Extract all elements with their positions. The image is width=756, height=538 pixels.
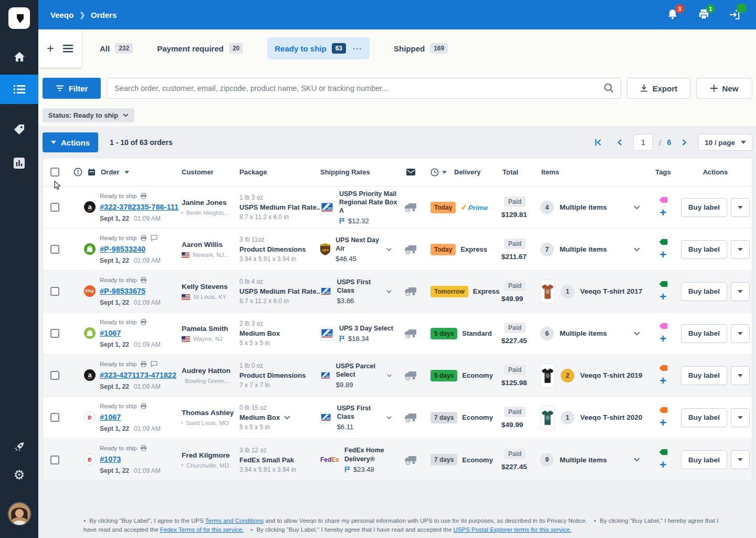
tag-icon[interactable] (659, 365, 668, 371)
column-package[interactable]: Package (229, 168, 309, 176)
buy-label-button[interactable]: Buy label (681, 240, 727, 259)
status-filter-chip[interactable]: Status: Ready to ship (43, 108, 134, 122)
buy-label-dropdown-button[interactable] (731, 198, 750, 217)
prev-page-button[interactable] (612, 134, 627, 150)
package-type[interactable]: Medium Box (239, 413, 309, 421)
filter-button[interactable]: Filter (43, 78, 101, 99)
order-link[interactable]: #1067 (100, 329, 121, 337)
order-link[interactable]: #1073 (100, 455, 121, 463)
order-link[interactable]: #P-98533240 (100, 245, 145, 253)
clock-icon[interactable] (430, 168, 439, 177)
package-type[interactable]: Product Dimensions (239, 371, 309, 379)
breadcrumb-veeqo[interactable]: Veeqo (50, 11, 74, 19)
footer-terms-link[interactable]: Fedex Terms of for this service. (160, 526, 244, 533)
actions-dropdown-button[interactable]: Actions (43, 132, 98, 152)
chevron-down-icon[interactable] (386, 416, 392, 420)
add-tag-button[interactable]: + (660, 459, 667, 471)
calendar-icon[interactable] (88, 168, 96, 176)
envelope-icon[interactable] (406, 169, 415, 175)
buy-label-button[interactable]: Buy label (681, 408, 727, 427)
buy-label-dropdown-button[interactable] (731, 240, 750, 259)
chevron-down-icon[interactable] (634, 205, 640, 210)
buy-label-dropdown-button[interactable] (731, 366, 750, 385)
buy-label-button[interactable]: Buy label (681, 198, 727, 217)
sidebar-item-profile[interactable] (0, 500, 38, 527)
tag-icon[interactable] (659, 449, 668, 456)
row-checkbox[interactable] (50, 287, 59, 296)
page-size-select[interactable]: 10 / page (698, 134, 752, 151)
search-input[interactable] (107, 78, 621, 99)
tag-icon[interactable] (659, 196, 668, 203)
veeqo-logo[interactable] (8, 7, 30, 29)
order-link[interactable]: #P-98533675 (100, 287, 145, 295)
package-type[interactable]: USPS Medium Flat Rate... (239, 287, 309, 295)
buy-label-dropdown-button[interactable] (731, 282, 750, 301)
export-button[interactable]: Export (627, 78, 690, 99)
footer-terms-link[interactable]: Terms and Conditions (205, 518, 264, 524)
chevron-down-icon[interactable] (387, 374, 392, 378)
buy-label-button[interactable]: Buy label (681, 450, 727, 469)
tab-shipped[interactable]: Shipped 169 (394, 43, 448, 54)
chevron-down-icon[interactable] (386, 247, 392, 252)
chevron-down-icon[interactable] (634, 458, 640, 462)
next-page-button[interactable] (677, 134, 692, 150)
tab-payment-required[interactable]: Payment required 20 (157, 43, 243, 54)
buy-label-dropdown-button[interactable] (731, 450, 750, 469)
sidebar-item-settings[interactable]: ⚙ (0, 464, 38, 485)
row-checkbox[interactable] (50, 371, 59, 380)
row-checkbox[interactable] (50, 329, 59, 338)
buy-label-dropdown-button[interactable] (731, 324, 750, 343)
order-link[interactable]: #1067 (100, 413, 121, 421)
buy-label-button[interactable]: Buy label (681, 282, 727, 301)
row-checkbox[interactable] (50, 203, 59, 212)
add-tag-button[interactable]: + (660, 207, 667, 219)
add-tag-button[interactable]: + (660, 417, 667, 429)
column-tags[interactable]: Tags (648, 168, 678, 176)
buy-label-button[interactable]: Buy label (681, 366, 727, 385)
row-checkbox[interactable] (50, 413, 59, 422)
order-link[interactable]: #323-4271173-471822 (100, 371, 176, 379)
column-total[interactable]: Total (498, 168, 540, 176)
sidebar-item-tags[interactable] (0, 119, 38, 140)
alert-circle-icon[interactable] (74, 168, 82, 177)
chevron-down-icon[interactable] (634, 247, 640, 252)
breadcrumb-orders[interactable]: Orders (91, 11, 117, 19)
search-icon[interactable] (604, 83, 614, 93)
buy-label-button[interactable]: Buy label (681, 324, 727, 343)
tag-icon[interactable] (659, 281, 668, 287)
column-customer[interactable]: Customer (166, 168, 229, 176)
row-checkbox[interactable] (50, 456, 59, 464)
column-actions[interactable]: Actions (678, 168, 752, 176)
column-order[interactable]: Order (101, 168, 119, 176)
buy-label-dropdown-button[interactable] (731, 408, 750, 427)
sort-caret-icon[interactable] (124, 171, 129, 174)
chevron-down-icon[interactable] (634, 332, 640, 336)
tag-icon[interactable] (659, 323, 668, 329)
package-type[interactable]: Product Dimensions (239, 245, 309, 253)
print-queue-button[interactable]: 1 (698, 8, 710, 21)
tag-icon[interactable] (659, 239, 668, 245)
tab-all[interactable]: All 232 (100, 43, 133, 54)
tag-icon[interactable] (659, 407, 668, 413)
column-delivery[interactable]: Delivery (454, 168, 481, 176)
page-number-input[interactable] (633, 134, 653, 151)
list-view-button[interactable] (63, 45, 73, 53)
select-all-checkbox[interactable] (50, 168, 59, 177)
first-page-button[interactable] (590, 134, 606, 150)
column-items[interactable]: Items (540, 168, 648, 176)
column-shipping-rates[interactable]: Shipping Rates (309, 168, 399, 176)
chevron-down-icon[interactable] (386, 289, 392, 294)
add-order-button[interactable]: + (47, 42, 54, 55)
footer-terms-link[interactable]: USPS Postal Explorer terms for this serv… (454, 526, 572, 533)
sign-out-button[interactable] (729, 8, 741, 21)
add-tag-button[interactable]: + (660, 291, 667, 303)
add-tag-button[interactable]: + (660, 333, 667, 345)
sidebar-item-ship[interactable] (0, 436, 38, 457)
new-order-button[interactable]: New (696, 78, 752, 99)
sidebar-item-reports[interactable] (0, 152, 38, 173)
sort-caret-icon[interactable] (442, 171, 447, 174)
add-tag-button[interactable]: + (660, 375, 667, 387)
notifications-button[interactable]: 3 (667, 8, 679, 21)
add-tag-button[interactable]: + (660, 249, 667, 261)
tab-more-options-button[interactable]: ··· (353, 44, 362, 53)
